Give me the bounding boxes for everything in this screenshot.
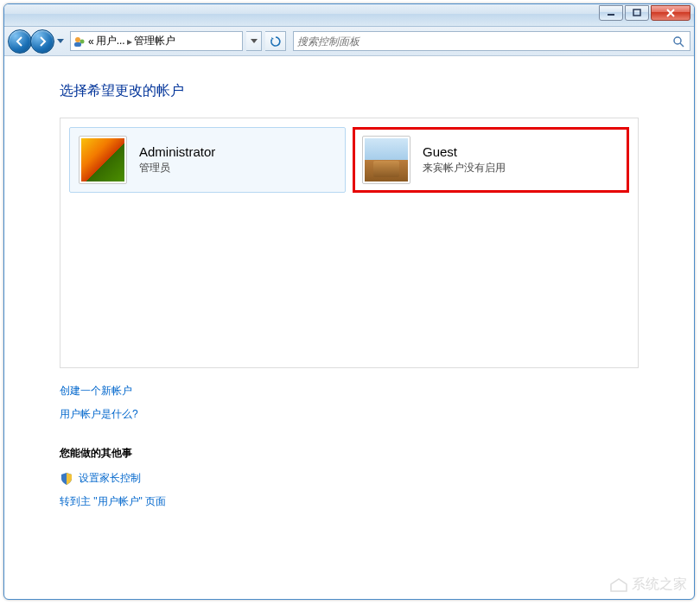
search-input[interactable] — [297, 35, 671, 48]
refresh-button[interactable] — [265, 31, 286, 51]
svg-rect-4 — [74, 42, 81, 47]
recent-dropdown[interactable] — [54, 29, 67, 54]
account-subtitle: 来宾帐户没有启用 — [423, 161, 506, 175]
account-name: Guest — [423, 144, 506, 159]
svg-line-6 — [680, 43, 684, 47]
close-button[interactable] — [651, 5, 690, 21]
search-icon[interactable] — [671, 35, 686, 48]
account-text: Administrator 管理员 — [139, 144, 215, 175]
account-card-administrator[interactable]: Administrator 管理员 — [69, 127, 346, 193]
watermark-text: 系统之家 — [632, 576, 687, 594]
avatar — [79, 136, 127, 184]
link-goto-user-accounts[interactable]: 转到主 "用户帐户" 页面 — [60, 494, 639, 509]
page-heading: 选择希望更改的帐户 — [60, 82, 639, 100]
minimize-button[interactable] — [599, 5, 623, 21]
title-bar — [4, 4, 694, 27]
accounts-list: Administrator 管理员 Guest 来宾帐户没有启用 — [60, 118, 639, 368]
nav-bar: « 用户... ▸ 管理帐户 — [4, 27, 694, 56]
breadcrumb-prefix: « — [88, 35, 94, 48]
svg-rect-1 — [633, 10, 640, 16]
breadcrumb-item[interactable]: 用户... — [96, 34, 125, 48]
address-dropdown[interactable] — [246, 31, 262, 51]
search-bar[interactable] — [293, 31, 690, 51]
account-card-guest[interactable]: Guest 来宾帐户没有启用 — [353, 127, 629, 193]
svg-point-5 — [674, 37, 681, 44]
link-what-is-account[interactable]: 用户帐户是什么? — [60, 407, 639, 422]
parental-controls-row: 设置家长控制 — [60, 471, 639, 486]
forward-button[interactable] — [30, 29, 54, 54]
link-create-account[interactable]: 创建一个新帐户 — [60, 384, 639, 398]
chevron-right-icon: ▸ — [127, 35, 132, 48]
breadcrumb-item[interactable]: 管理帐户 — [134, 34, 175, 48]
avatar — [362, 136, 410, 184]
account-name: Administrator — [139, 144, 215, 159]
svg-rect-0 — [608, 14, 614, 16]
nav-arrows — [8, 29, 67, 54]
address-bar[interactable]: « 用户... ▸ 管理帐户 — [70, 31, 243, 51]
account-text: Guest 来宾帐户没有启用 — [423, 144, 506, 175]
action-links: 创建一个新帐户 用户帐户是什么? — [60, 384, 639, 422]
user-accounts-icon — [73, 35, 86, 48]
account-subtitle: 管理员 — [139, 161, 215, 175]
watermark: 系统之家 — [609, 576, 687, 594]
back-button[interactable] — [8, 29, 32, 54]
shield-icon — [60, 472, 73, 486]
link-parental-controls[interactable]: 设置家长控制 — [79, 471, 141, 486]
maximize-button[interactable] — [625, 5, 649, 21]
content-area: 选择希望更改的帐户 Administrator 管理员 Guest 来宾帐户没有… — [4, 56, 694, 544]
window-frame: « 用户... ▸ 管理帐户 选择希望更改的帐户 Administrator 管 — [3, 3, 695, 600]
svg-point-2 — [75, 37, 80, 42]
other-things-heading: 您能做的其他事 — [60, 446, 639, 461]
